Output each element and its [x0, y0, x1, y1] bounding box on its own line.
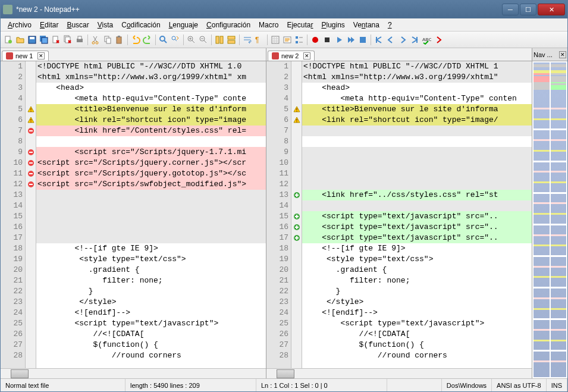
- save-macro-icon[interactable]: [357, 35, 368, 45]
- svg-rect-34: [30, 108, 31, 110]
- tab-close-icon[interactable]: ✕: [37, 52, 45, 59]
- tab-label: new 1: [15, 52, 33, 59]
- tab-icon: [272, 52, 279, 59]
- svg-text:ABC: ABC: [422, 37, 431, 42]
- minimize-button[interactable]: ─: [502, 4, 519, 15]
- indent-guide-icon[interactable]: [270, 35, 281, 45]
- svg-rect-10: [78, 36, 81, 39]
- menu-vista[interactable]: Vista: [94, 20, 117, 30]
- maximize-button[interactable]: ☐: [520, 4, 536, 15]
- statusbar: Normal text file length : 5490 lines : 2…: [1, 378, 567, 391]
- find-icon[interactable]: [158, 35, 169, 45]
- save-icon[interactable]: [27, 35, 37, 45]
- sync-h-icon[interactable]: [226, 35, 237, 45]
- svg-rect-54: [295, 195, 299, 196]
- svg-rect-50: [296, 119, 297, 121]
- save-all-icon[interactable]: [39, 35, 49, 45]
- svg-rect-51: [296, 121, 297, 122]
- lang-icon[interactable]: [282, 35, 293, 45]
- func-list-icon[interactable]: [294, 35, 305, 45]
- titlebar[interactable]: *new 2 - Notepad++ ─ ☐ ✕: [1, 1, 567, 18]
- paste-icon[interactable]: [114, 35, 125, 45]
- status-length: length : 5490 lines : 209: [125, 379, 256, 391]
- editor-right[interactable]: 1234567891011121314151617181920212223242…: [266, 61, 532, 368]
- menu-configuracion[interactable]: Configuración: [203, 20, 254, 30]
- copy-icon[interactable]: [102, 35, 113, 45]
- svg-rect-32: [360, 37, 366, 43]
- tab-close-icon[interactable]: ✕: [303, 52, 310, 59]
- compare-next-icon[interactable]: [397, 35, 408, 45]
- nav-minimap[interactable]: [532, 61, 567, 378]
- show-chars-icon[interactable]: ¶: [254, 35, 265, 45]
- svg-rect-45: [29, 173, 33, 174]
- menu-ventana[interactable]: Ventana: [350, 20, 383, 30]
- menu-macro[interactable]: Macro: [255, 20, 282, 30]
- record-icon[interactable]: [310, 35, 321, 45]
- cut-icon[interactable]: [90, 35, 101, 45]
- svg-rect-47: [29, 184, 33, 185]
- svg-rect-29: [296, 41, 298, 43]
- svg-rect-24: [228, 40, 235, 43]
- svg-rect-49: [296, 111, 297, 111]
- menu-ejecutar[interactable]: Ejecutar: [283, 20, 316, 30]
- toolbar: ¶ ABC: [1, 32, 567, 48]
- sync-v-icon[interactable]: [214, 35, 225, 45]
- hscroll-left[interactable]: [1, 368, 266, 378]
- compare-last-icon[interactable]: [409, 35, 420, 45]
- svg-rect-48: [296, 108, 297, 110]
- svg-rect-22: [220, 36, 223, 43]
- svg-rect-63: [295, 237, 299, 239]
- tab-new-2[interactable]: new 2 ✕: [268, 51, 315, 61]
- svg-text:¶: ¶: [255, 36, 259, 44]
- spellcheck-icon[interactable]: ABC: [421, 35, 432, 45]
- app-icon: [3, 5, 12, 14]
- zoom-in-icon[interactable]: [186, 35, 197, 45]
- open-file-icon[interactable]: [15, 35, 26, 45]
- stop-icon[interactable]: [322, 35, 332, 45]
- print-icon[interactable]: [74, 35, 85, 45]
- svg-rect-21: [216, 36, 219, 43]
- compare-prev-icon[interactable]: [385, 35, 396, 45]
- zoom-out-icon[interactable]: [198, 35, 209, 45]
- svg-rect-14: [106, 38, 111, 43]
- close-file-icon[interactable]: [51, 35, 61, 45]
- menu-archivo[interactable]: Archivo: [4, 20, 35, 30]
- svg-rect-41: [29, 152, 33, 153]
- window-title: *new 2 - Notepad++: [16, 5, 502, 14]
- svg-rect-31: [325, 37, 329, 42]
- right-pane: new 2 ✕ 12345678910111213141516171819202…: [266, 48, 532, 378]
- undo-icon[interactable]: [130, 35, 141, 45]
- tab-new-1[interactable]: new 1 ✕: [2, 51, 49, 61]
- svg-rect-26: [272, 36, 279, 43]
- play-icon[interactable]: [334, 35, 344, 45]
- svg-rect-60: [295, 227, 299, 228]
- editor-left[interactable]: 1234567891011121314151617181920212223242…: [1, 61, 266, 368]
- status-filetype: Normal text file: [1, 379, 125, 391]
- svg-rect-23: [228, 36, 235, 39]
- redo-icon[interactable]: [142, 35, 153, 45]
- svg-rect-39: [29, 130, 33, 131]
- wrap-icon[interactable]: [242, 35, 253, 45]
- menu-editar[interactable]: Editar: [36, 20, 62, 30]
- close-button[interactable]: ✕: [538, 4, 565, 15]
- new-file-icon[interactable]: [3, 35, 14, 45]
- svg-rect-57: [295, 216, 299, 217]
- replace-icon[interactable]: [170, 35, 181, 45]
- tab-label: new 2: [281, 52, 299, 59]
- play-multi-icon[interactable]: [346, 35, 356, 45]
- close-all-icon[interactable]: [62, 35, 73, 45]
- compare-first-icon[interactable]: [374, 35, 384, 45]
- compare-off-icon[interactable]: [433, 35, 444, 45]
- menu-lenguaje[interactable]: Lenguaje: [165, 20, 202, 30]
- menu-buscar[interactable]: Buscar: [63, 20, 92, 30]
- svg-point-30: [312, 37, 318, 43]
- menu-codificacion[interactable]: Codificación: [118, 20, 164, 30]
- svg-rect-37: [30, 121, 31, 122]
- menu-plugins[interactable]: Plugins: [318, 20, 348, 30]
- svg-point-1: [8, 40, 12, 43]
- status-ins: INS: [547, 379, 567, 391]
- menubar: Archivo Editar Buscar Vista Codificación…: [1, 18, 567, 32]
- menu-help[interactable]: ?: [384, 20, 396, 30]
- nav-close-icon[interactable]: ✕: [559, 51, 566, 58]
- hscroll-right[interactable]: [266, 368, 532, 378]
